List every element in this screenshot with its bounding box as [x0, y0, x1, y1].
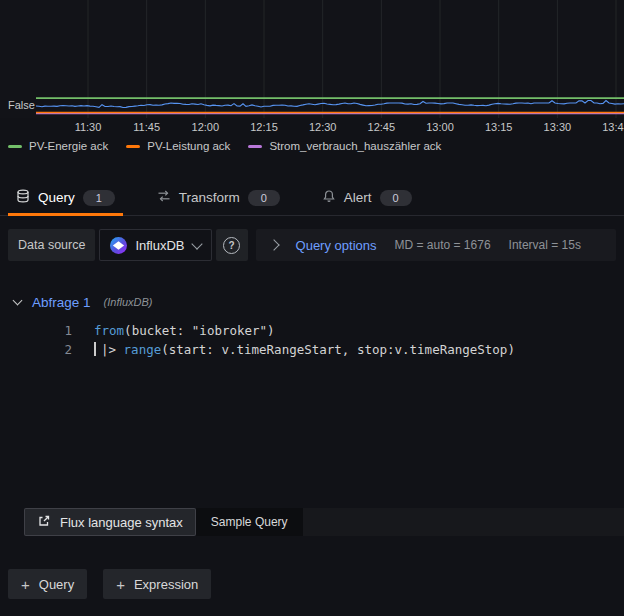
x-axis-tick-label: 11:30 — [75, 121, 102, 133]
timeseries-panel: False 11:3011:4512:0012:1512:3012:4513:0… — [0, 0, 624, 156]
chevron-right-icon — [268, 239, 279, 250]
line-number: 1 — [24, 321, 72, 340]
series-color-dash — [8, 145, 22, 148]
external-link-icon — [37, 514, 51, 531]
tab-query[interactable]: Query 1 — [8, 182, 123, 216]
x-axis-tick-label: 12:00 — [192, 121, 220, 133]
add-query-button[interactable]: + Query — [8, 569, 87, 599]
legend-label: PV-Energie ack — [29, 140, 108, 152]
y-axis-tick-label: False — [8, 99, 35, 111]
plus-icon: + — [116, 577, 125, 592]
tab-count-badge: 0 — [380, 190, 412, 206]
code-text: |> range(start: v.timeRangeStart, stop:v… — [94, 340, 515, 359]
x-axis-tick-label: 13:30 — [544, 121, 572, 133]
series-color-dash — [126, 145, 140, 148]
line-number: 2 — [24, 340, 72, 359]
code-line[interactable]: 1 from(bucket: "iobroker") — [24, 321, 624, 340]
text-cursor — [94, 342, 96, 356]
tab-count-badge: 1 — [83, 190, 115, 206]
sample-query-tab[interactable]: Sample Query — [196, 508, 303, 536]
flux-syntax-label: Flux language syntax — [60, 515, 183, 530]
query-options-bar[interactable]: Query options MD = auto = 1676 Interval … — [256, 229, 616, 261]
chevron-down-icon — [191, 238, 202, 249]
legend-item[interactable]: PV-Energie ack — [8, 140, 108, 152]
datasource-value: InfluxDB — [135, 238, 184, 253]
influxdb-logo-icon — [110, 237, 127, 254]
x-axis-tick-label: 11:45 — [133, 121, 160, 133]
query-options-label[interactable]: Query options — [296, 238, 377, 253]
x-axis-tick-label: 13:45 — [602, 121, 624, 133]
tab-label: Query — [38, 190, 75, 205]
question-circle-icon: ? — [223, 237, 240, 254]
chart-plot-area[interactable]: False — [0, 0, 624, 118]
add-expression-button[interactable]: + Expression — [103, 569, 211, 599]
query-actions: + Query + Expression — [8, 569, 616, 599]
legend-label: Strom_verbrauch_hauszähler ack — [269, 140, 441, 152]
tab-transform[interactable]: Transform 0 — [149, 182, 288, 216]
x-axis-tick-label: 13:00 — [426, 121, 454, 133]
legend: PV-Energie ack PV-Leistung ack Strom_ver… — [0, 136, 624, 156]
flux-code-editor[interactable]: 1 from(bucket: "iobroker") 2 |> range(st… — [24, 321, 624, 501]
add-query-label: Query — [39, 577, 74, 592]
x-axis: 11:3011:4512:0012:1512:3012:4513:0013:15… — [0, 118, 624, 136]
datasource-picker[interactable]: InfluxDB — [99, 229, 211, 261]
x-axis-tick-label: 12:30 — [309, 121, 337, 133]
legend-label: PV-Leistung ack — [147, 140, 230, 152]
bell-icon — [322, 189, 336, 206]
plus-icon: + — [21, 577, 30, 592]
tab-count-badge: 0 — [248, 190, 280, 206]
code-line[interactable]: 2 |> range(start: v.timeRangeStart, stop… — [24, 340, 624, 359]
query-datasource-hint: (InfluxDB) — [104, 296, 153, 308]
tab-alert[interactable]: Alert 0 — [314, 182, 420, 216]
footer-filler — [303, 508, 624, 536]
chart-svg — [0, 0, 624, 118]
query-title[interactable]: Abfrage 1 — [32, 295, 91, 310]
legend-item[interactable]: Strom_verbrauch_hauszähler ack — [248, 140, 441, 152]
x-axis-tick-label: 13:15 — [485, 121, 513, 133]
x-axis-tick-label: 12:15 — [250, 121, 278, 133]
transform-icon — [157, 189, 171, 206]
x-axis-tick-label: 12:45 — [368, 121, 396, 133]
query-row-header[interactable]: Abfrage 1 (InfluxDB) — [14, 291, 616, 313]
max-data-points-summary: MD = auto = 1676 — [394, 238, 490, 252]
editor-footer: Flux language syntax Sample Query — [24, 508, 624, 536]
collapse-chevron-icon[interactable] — [13, 296, 23, 306]
database-icon — [16, 189, 30, 206]
datasource-label: Data source — [8, 229, 95, 261]
legend-item[interactable]: PV-Leistung ack — [126, 140, 230, 152]
code-text: from(bucket: "iobroker") — [94, 321, 275, 340]
datasource-help-button[interactable]: ? — [216, 229, 248, 261]
datasource-row: Data source InfluxDB ? Query options MD … — [8, 229, 616, 261]
interval-summary: Interval = 15s — [509, 238, 581, 252]
grafana-panel-editor: False 11:3011:4512:0012:1512:3012:4513:0… — [0, 0, 624, 616]
add-expression-label: Expression — [134, 577, 198, 592]
editor-tabs: Query 1 Transform 0 Alert 0 — [0, 182, 624, 216]
series-color-dash — [248, 145, 262, 148]
tab-label: Alert — [344, 190, 372, 205]
tab-label: Transform — [179, 190, 240, 205]
flux-syntax-button[interactable]: Flux language syntax — [24, 508, 196, 536]
